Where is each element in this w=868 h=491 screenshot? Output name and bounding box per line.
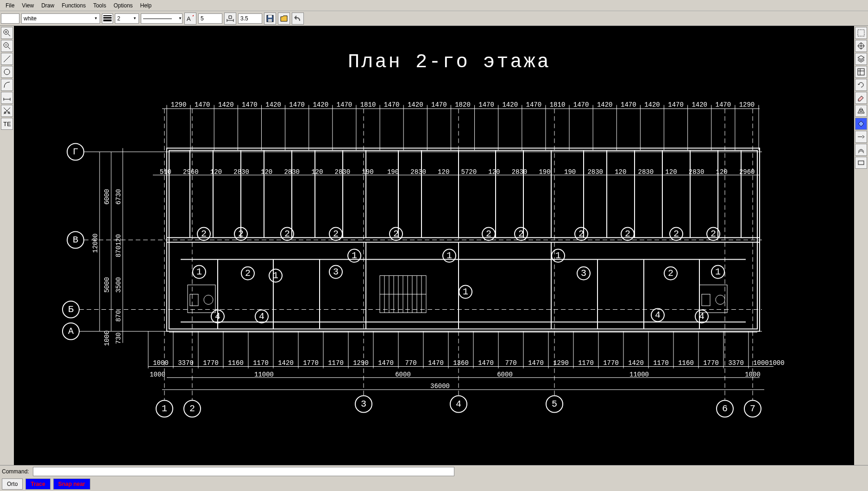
arc-icon[interactable] (1, 79, 13, 91)
color-dropdown[interactable]: white ▼ (21, 13, 100, 24)
snap-toggle[interactable]: Snap near (53, 478, 90, 490)
svg-text:120: 120 (615, 168, 626, 176)
svg-text:1470: 1470 (528, 359, 544, 367)
svg-text:1470: 1470 (478, 359, 494, 367)
drawing-svg: План 2-го этажа Г В Б А (14, 26, 854, 465)
trim-icon[interactable] (1, 105, 13, 117)
menu-tools[interactable]: Tools (89, 1, 110, 10)
svg-text:510: 510 (160, 168, 171, 176)
lower-verticals (218, 242, 699, 329)
menu-draw[interactable]: Draw (38, 1, 58, 10)
svg-text:1470: 1470 (242, 101, 258, 108)
extend-icon[interactable] (855, 131, 867, 143)
svg-text:2830: 2830 (587, 168, 603, 176)
open-icon[interactable] (278, 13, 290, 25)
svg-text:1: 1 (352, 250, 357, 261)
svg-text:1000: 1000 (150, 371, 165, 378)
status-bar: Orto Trace Snap near (0, 477, 868, 491)
svg-text:2: 2 (245, 268, 251, 279)
svg-rect-298 (858, 69, 864, 75)
line-icon[interactable] (1, 53, 13, 65)
rotate-icon[interactable] (855, 79, 867, 91)
text-style-icon[interactable]: A (184, 13, 196, 25)
text-height-value: 5 (201, 15, 204, 22)
circle-icon[interactable] (1, 66, 13, 78)
svg-text:1170: 1170 (653, 359, 669, 367)
svg-text:120: 120 (210, 168, 222, 176)
lineweight-dropdown[interactable]: 2 ▼ (115, 13, 139, 24)
erase-icon[interactable] (855, 92, 867, 104)
menu-help[interactable]: Help (137, 1, 156, 10)
svg-text:2: 2 (393, 229, 399, 239)
save-icon[interactable] (264, 13, 276, 25)
svg-text:3370: 3370 (728, 359, 744, 367)
paint-icon[interactable] (855, 118, 867, 130)
svg-text:А: А (68, 326, 74, 337)
properties-icon[interactable] (855, 66, 867, 78)
draw-toolbar: TE (0, 26, 14, 465)
svg-text:1290: 1290 (353, 359, 369, 367)
text-tool-icon[interactable]: TE (1, 118, 13, 130)
modify-toolbar (854, 26, 868, 465)
command-bar: Command: (0, 465, 868, 477)
dropdown-arrow-icon: ▼ (133, 16, 137, 20)
svg-point-6 (4, 69, 10, 75)
dim-style-icon[interactable] (224, 13, 236, 25)
svg-text:2: 2 (673, 229, 679, 239)
menu-functions[interactable]: Functions (58, 1, 89, 10)
undo-icon[interactable] (292, 13, 304, 25)
text-height-input[interactable]: 5 (198, 13, 222, 24)
svg-text:2830: 2830 (689, 168, 704, 176)
drawing-title: План 2-го этажа (348, 51, 551, 73)
svg-text:1000: 1000 (753, 359, 769, 367)
color-swatch[interactable] (1, 13, 19, 24)
command-input[interactable] (33, 467, 454, 476)
lineweight-value: 2 (117, 15, 120, 22)
select-window-icon[interactable] (855, 27, 867, 39)
svg-text:1470: 1470 (384, 101, 400, 108)
linetype-dropdown[interactable]: ▼ (141, 13, 182, 24)
svg-text:2: 2 (579, 229, 584, 239)
drawing-canvas[interactable]: План 2-го этажа Г В Б А (14, 26, 854, 465)
pan-icon[interactable] (855, 40, 867, 52)
svg-text:1420: 1420 (502, 101, 518, 108)
svg-text:1170: 1170 (253, 359, 269, 367)
dropdown-arrow-icon: ▼ (94, 16, 98, 20)
svg-text:1420: 1420 (313, 101, 328, 108)
menu-file[interactable]: File (2, 1, 18, 10)
svg-text:5: 5 (552, 399, 557, 409)
svg-text:190: 190 (387, 168, 399, 176)
mirror-icon[interactable] (855, 105, 867, 117)
svg-text:1770: 1770 (603, 359, 619, 367)
color-name: white (24, 15, 37, 22)
svg-text:1820: 1820 (455, 101, 471, 108)
svg-text:6000: 6000 (497, 371, 513, 378)
orto-toggle[interactable]: Orto (2, 478, 23, 490)
properties-toolbar: white ▼ 2 ▼ ▼ A 5 3.5 (0, 11, 868, 26)
svg-text:2: 2 (711, 229, 716, 239)
zoom-in-icon[interactable] (1, 27, 13, 39)
svg-text:1420: 1420 (628, 359, 644, 367)
svg-text:1470: 1470 (289, 101, 305, 108)
svg-text:11000: 11000 (254, 371, 274, 378)
menu-options[interactable]: Options (110, 1, 136, 10)
section-dims: 11000 6000 6000 11000 (167, 371, 760, 378)
svg-text:Б: Б (68, 304, 74, 315)
offset-icon[interactable] (855, 144, 867, 156)
dim-scale-input[interactable]: 3.5 (238, 13, 262, 24)
svg-text:1170: 1170 (328, 359, 344, 367)
menu-view[interactable]: View (18, 1, 38, 10)
svg-text:12000: 12000 (92, 233, 99, 253)
svg-text:3370: 3370 (178, 359, 194, 367)
svg-text:3: 3 (333, 267, 339, 277)
rectangle-icon[interactable] (855, 157, 867, 169)
trace-toggle[interactable]: Trace (25, 478, 50, 490)
layer-icon[interactable] (855, 53, 867, 65)
svg-text:1: 1 (447, 250, 452, 261)
svg-text:120: 120 (488, 168, 500, 176)
svg-text:6: 6 (722, 403, 728, 414)
svg-text:2: 2 (284, 229, 290, 239)
dim-scale-value: 3.5 (240, 15, 248, 22)
dimension-icon[interactable] (1, 92, 13, 104)
zoom-out-icon[interactable] (1, 40, 13, 52)
